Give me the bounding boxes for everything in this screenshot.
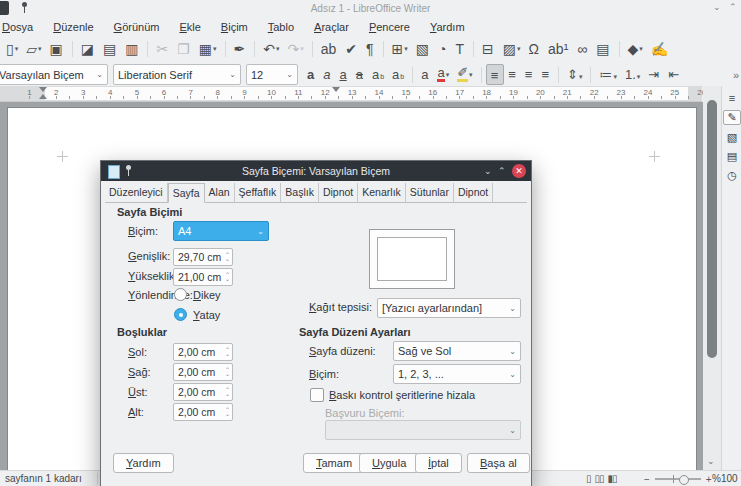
page-break-icon[interactable]: ⊟ bbox=[478, 37, 499, 61]
undo-icon[interactable]: ↶ ▾ bbox=[259, 37, 283, 61]
menu-duzenle[interactable]: Düzenle bbox=[43, 17, 103, 36]
spelling-icon[interactable]: ✔ bbox=[341, 37, 362, 61]
book-view-icon[interactable]: ▮▯ bbox=[608, 473, 617, 484]
zoom-slider-thumb[interactable] bbox=[679, 475, 689, 485]
toolbar-overflow-icon[interactable]: » bbox=[733, 69, 739, 81]
sidebar-styles-icon[interactable]: ▤ bbox=[724, 150, 740, 163]
zoom-slider[interactable]: − + bbox=[644, 472, 712, 486]
underline-icon[interactable]: a bbox=[335, 64, 351, 85]
width-field[interactable]: 29,70 cm bbox=[173, 248, 233, 266]
insert-bookmark-icon[interactable]: ▤ bbox=[592, 37, 614, 61]
vertical-scrollbar[interactable]: ⌄ bbox=[703, 86, 721, 470]
new-document-icon[interactable]: ▯ ▾ bbox=[2, 37, 22, 61]
increase-indent-icon[interactable]: ⇥ bbox=[644, 64, 664, 85]
spinner-arrows-icon[interactable] bbox=[225, 273, 230, 281]
spinner-arrows-icon[interactable] bbox=[225, 368, 230, 376]
spinner-arrows-icon[interactable] bbox=[225, 348, 230, 356]
open-icon[interactable]: ▱ ▾ bbox=[22, 37, 45, 61]
dialog-shade-down-icon[interactable]: ⌄ bbox=[484, 166, 492, 176]
portrait-radio[interactable] bbox=[174, 288, 187, 301]
apply-button[interactable]: Uygula bbox=[359, 453, 419, 473]
numbered-list-icon[interactable]: 1. ▾ bbox=[621, 64, 644, 85]
line-spacing-icon[interactable]: ⇕ ▾ bbox=[563, 64, 586, 85]
menu-gorunum[interactable]: Görünüm bbox=[104, 17, 170, 36]
tab-kenarlik[interactable]: Kenarlık bbox=[358, 183, 406, 202]
scrollbar-thumb[interactable] bbox=[707, 100, 717, 358]
menu-bicim[interactable]: Biçim bbox=[211, 17, 258, 36]
paper-tray-combo[interactable]: [Yazıcı ayarlarından] ⌄ bbox=[377, 298, 521, 318]
multi-page-view-icon[interactable]: ▯▯ bbox=[595, 473, 604, 484]
find-replace-icon[interactable]: ab bbox=[317, 37, 342, 61]
superscript-icon[interactable]: a b bbox=[368, 64, 388, 85]
clear-formatting-icon[interactable]: a bbox=[417, 64, 433, 85]
insert-footnote-icon[interactable]: ab¹ bbox=[544, 37, 573, 61]
spinner-arrows-icon[interactable] bbox=[225, 388, 230, 396]
menu-ekle[interactable]: Ekle bbox=[169, 17, 210, 36]
align-center-icon[interactable]: ≡ bbox=[504, 64, 521, 85]
tab-seffaflik[interactable]: Şeffaflık bbox=[235, 183, 282, 202]
copy-icon[interactable]: ❐ bbox=[173, 37, 195, 61]
sidebar-settings-icon[interactable]: ≡ bbox=[724, 92, 740, 104]
landscape-radio[interactable] bbox=[174, 308, 187, 321]
indent-marker-right[interactable] bbox=[332, 87, 340, 92]
page-count-status[interactable]: sayfanın 1 kadarı bbox=[5, 473, 82, 484]
register-true-checkbox[interactable] bbox=[310, 388, 324, 402]
cut-icon[interactable]: ✂ bbox=[152, 37, 173, 61]
font-color-icon[interactable]: a ▾ bbox=[433, 64, 453, 85]
zoom-out-icon[interactable]: − bbox=[644, 474, 650, 485]
tab-baslik[interactable]: Başlık bbox=[281, 183, 319, 202]
indent-marker-bottom[interactable] bbox=[39, 94, 47, 99]
window-shade-up-icon[interactable]: ⌃ bbox=[729, 2, 737, 12]
clone-formatting-icon[interactable]: ✒ bbox=[230, 37, 251, 61]
sidebar-navigator-icon[interactable]: ◷ bbox=[724, 169, 740, 182]
formatting-marks-icon[interactable]: ¶ bbox=[362, 37, 379, 61]
special-character-icon[interactable]: Ω bbox=[525, 37, 544, 61]
redo-icon[interactable]: ↷ ▾ bbox=[284, 37, 308, 61]
menu-araclar[interactable]: Araçlar bbox=[304, 17, 359, 36]
font-size-combo[interactable]: 12 ⌄ bbox=[246, 64, 298, 85]
zoom-in-icon[interactable]: + bbox=[706, 474, 712, 485]
font-name-combo[interactable]: Liberation Serif ⌄ bbox=[113, 64, 241, 85]
bullet-list-icon[interactable]: ≔ ▾ bbox=[595, 64, 621, 85]
horizontal-ruler[interactable]: 1234567891011121314151617181920212223242… bbox=[0, 86, 702, 102]
paper-format-combo[interactable]: A4 ⌄ bbox=[173, 221, 269, 241]
print-icon[interactable]: ▤ bbox=[99, 37, 121, 61]
scroll-down-icon[interactable]: ⌄ bbox=[707, 456, 715, 466]
dialog-title-bar[interactable]: Sayfa Biçemi: Varsayılan Biçem ⌄ ⌃ ✕ bbox=[101, 161, 531, 181]
tab-dipnot-altbilgi[interactable]: Dipnot bbox=[319, 183, 358, 202]
reset-button[interactable]: Başa al bbox=[467, 453, 530, 473]
draw-functions-icon[interactable]: ✍ bbox=[647, 37, 673, 61]
align-right-icon[interactable]: ≡ bbox=[521, 64, 538, 85]
subscript-icon[interactable]: a b bbox=[388, 64, 408, 85]
cancel-button[interactable]: İptal bbox=[415, 453, 462, 473]
justify-icon[interactable]: ≡ bbox=[537, 64, 554, 85]
menu-tablo[interactable]: Tablo bbox=[258, 17, 304, 36]
numbering-format-combo[interactable]: 1, 2, 3, ... ⌄ bbox=[393, 364, 521, 384]
page-layout-combo[interactable]: Sağ ve Sol ⌄ bbox=[393, 341, 521, 361]
help-button[interactable]: Yardım bbox=[113, 453, 174, 473]
insert-comment-icon[interactable]: ◆ ▾ bbox=[624, 37, 647, 61]
spinner-arrows-icon[interactable] bbox=[225, 253, 230, 261]
print-preview-icon[interactable]: ▥ bbox=[121, 37, 143, 61]
insert-image-icon[interactable]: ▧ bbox=[412, 37, 434, 61]
tab-dipnot[interactable]: Dipnot bbox=[454, 183, 493, 202]
insert-chart-icon[interactable]: ◔ bbox=[434, 37, 451, 61]
bold-icon[interactable]: a bbox=[303, 64, 319, 85]
paste-icon[interactable]: ▦ ▾ bbox=[195, 37, 221, 61]
paragraph-style-combo[interactable]: Varsayılan Biçem ⌄ bbox=[0, 64, 108, 85]
tab-sutunlar[interactable]: Sütunlar bbox=[406, 183, 454, 202]
tab-alan[interactable]: Alan bbox=[205, 183, 235, 202]
insert-textbox-icon[interactable]: T bbox=[452, 37, 470, 61]
save-icon[interactable]: ▣ bbox=[46, 37, 68, 61]
italic-icon[interactable]: a bbox=[319, 64, 335, 85]
indent-marker-top[interactable] bbox=[39, 87, 47, 92]
decrease-indent-icon[interactable]: ⇤ bbox=[664, 64, 684, 85]
window-shade-down-icon[interactable]: ⌄ bbox=[713, 2, 721, 12]
menu-dosya[interactable]: Dosya bbox=[0, 17, 43, 36]
ok-button[interactable]: Tamam bbox=[303, 453, 365, 473]
single-page-view-icon[interactable]: ▯ bbox=[586, 473, 591, 484]
spinner-arrows-icon[interactable] bbox=[225, 408, 230, 416]
highlight-color-icon[interactable]: ✐ ▾ bbox=[453, 64, 476, 85]
dialog-close-button[interactable]: ✕ bbox=[512, 164, 526, 178]
sidebar-gallery-icon[interactable]: ▧ bbox=[724, 131, 740, 144]
